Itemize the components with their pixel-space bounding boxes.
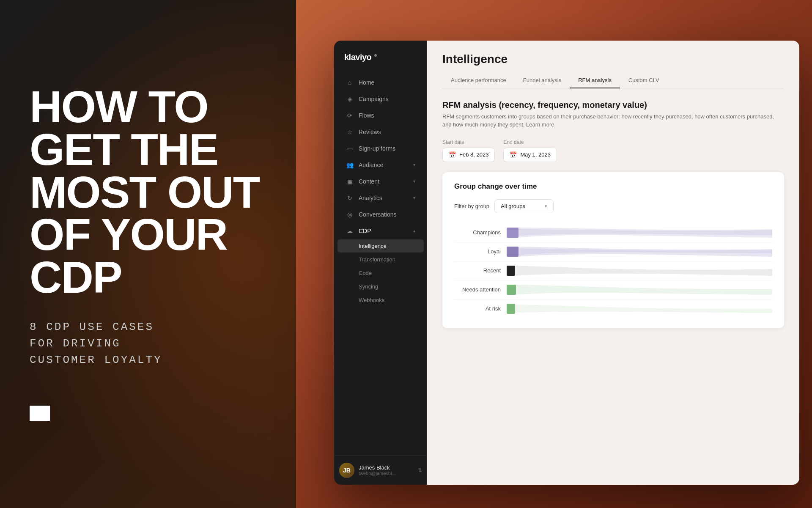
chevron-down-icon-content: ▾	[413, 179, 415, 184]
rfm-bar-container-loyal	[507, 247, 772, 257]
user-info: James Black twebb@jamesbl...	[359, 464, 414, 476]
start-date-label: Start date	[442, 139, 495, 145]
avatar: JB	[339, 463, 354, 478]
rfm-bar-recent	[507, 266, 515, 276]
reviews-icon: ☆	[346, 128, 354, 136]
start-date-value: Feb 8, 2023	[459, 151, 488, 158]
rfm-bar-container-needs-attention	[507, 285, 772, 295]
main-headline: HOW TO GET THE MOST OUT OF YOUR CDP	[30, 85, 266, 298]
sidebar-subitem-label-transformation: Transformation	[359, 256, 395, 263]
rfm-description: RFM segments customers into groups based…	[442, 113, 784, 129]
campaigns-icon: ◈	[346, 95, 354, 103]
start-date-field: Start date 📅 Feb 8, 2023	[442, 139, 495, 162]
sidebar-subitem-label-webhooks: Webhooks	[359, 297, 384, 303]
filter-row: Filter by group All groups ▾	[454, 199, 772, 213]
tab-custom-clv[interactable]: Custom CLV	[620, 73, 668, 88]
user-menu-chevron-icon: ⇅	[418, 467, 422, 473]
sidebar-item-label-flows: Flows	[359, 112, 374, 119]
tab-funnel-analysis[interactable]: Funnel analysis	[515, 73, 570, 88]
rfm-bar-loyal	[507, 247, 518, 257]
end-date-label: End date	[503, 139, 557, 145]
sidebar-item-content[interactable]: ▦ Content ▾	[337, 173, 424, 189]
rfm-bar-container-champions	[507, 228, 772, 238]
end-date-input[interactable]: 📅 May 1, 2023	[503, 148, 557, 162]
analytics-icon: ↻	[346, 194, 354, 202]
app-window: klaviyo ⌂ Home ◈ Campaigns ⟳ Flows	[334, 41, 799, 485]
sidebar-footer[interactable]: JB James Black twebb@jamesbl... ⇅	[334, 456, 427, 485]
sidebar-item-reviews[interactable]: ☆ Reviews	[337, 124, 424, 140]
sidebar-item-label-home: Home	[359, 79, 374, 86]
sidebar-item-flows[interactable]: ⟳ Flows	[337, 107, 424, 124]
chart-card: Group change over time Filter by group A…	[442, 172, 784, 328]
sidebar-item-signup-forms[interactable]: ▭ Sign-up forms	[337, 140, 424, 157]
rfm-label-needs-attention: Needs attention	[454, 286, 501, 293]
rfm-bar-needs-attention	[507, 285, 516, 295]
rfm-bar-container-at-risk	[507, 304, 772, 314]
sidebar-subitem-code[interactable]: Code	[337, 266, 424, 280]
chevron-down-icon-filter: ▾	[545, 203, 547, 209]
rfm-row-loyal: Loyal	[454, 242, 772, 261]
flows-icon: ⟳	[346, 112, 354, 119]
tab-navigation: Audience performance Funnel analysis RFM…	[442, 73, 784, 88]
sidebar-item-label-audience: Audience	[359, 162, 383, 168]
sidebar-item-home[interactable]: ⌂ Home	[337, 74, 424, 91]
end-date-value: May 1, 2023	[520, 151, 551, 158]
rfm-label-champions: Champions	[454, 229, 501, 236]
sidebar-item-cdp[interactable]: ☁ CDP ▴	[337, 223, 424, 239]
audience-icon: 👥	[346, 161, 354, 169]
sidebar-subitem-intelligence[interactable]: Intelligence	[337, 239, 424, 253]
rfm-title: RFM analysis (recency, frequency, moneta…	[442, 100, 784, 110]
main-content: Intelligence Audience performance Funnel…	[427, 41, 799, 485]
content-body: RFM analysis (recency, frequency, moneta…	[427, 88, 799, 485]
chevron-down-icon: ▾	[413, 162, 415, 167]
sidebar-subitem-webhooks[interactable]: Webhooks	[337, 294, 424, 307]
sidebar-item-label-reviews: Reviews	[359, 129, 381, 135]
rfm-label-at-risk: At risk	[454, 305, 501, 312]
rfm-chart: Champions Loyal	[454, 223, 772, 318]
klaviyo-brand-logo	[30, 402, 55, 423]
calendar-icon-end: 📅	[510, 151, 517, 158]
content-header: Intelligence Audience performance Funnel…	[427, 41, 799, 88]
tab-audience-performance[interactable]: Audience performance	[442, 73, 515, 88]
sidebar-subitem-transformation[interactable]: Transformation	[337, 253, 424, 266]
start-date-input[interactable]: 📅 Feb 8, 2023	[442, 148, 495, 162]
sidebar-subitem-label-intelligence: Intelligence	[359, 243, 387, 249]
filter-select-value: All groups	[501, 203, 525, 209]
conversations-icon: ◎	[346, 211, 354, 218]
rfm-row-recent: Recent	[454, 261, 772, 280]
rfm-label-recent: Recent	[454, 267, 501, 274]
sidebar-item-label-content: Content	[359, 178, 379, 185]
sidebar-subitem-syncing[interactable]: Syncing	[337, 280, 424, 293]
rfm-row-needs-attention: Needs attention	[454, 280, 772, 299]
klaviyo-logo-dot	[374, 54, 377, 57]
chevron-down-icon-analytics: ▾	[413, 195, 415, 200]
page-title: Intelligence	[442, 52, 784, 66]
signup-icon: ▭	[346, 145, 354, 152]
sidebar-item-campaigns[interactable]: ◈ Campaigns	[337, 91, 424, 107]
tab-rfm-analysis[interactable]: RFM analysis	[570, 73, 620, 88]
sidebar-subitem-label-syncing: Syncing	[359, 283, 378, 290]
filter-select[interactable]: All groups ▾	[494, 199, 554, 213]
svg-marker-1	[30, 406, 50, 421]
user-name: James Black	[359, 464, 414, 471]
right-panel: klaviyo ⌂ Home ◈ Campaigns ⟳ Flows	[296, 0, 812, 508]
sidebar-header: klaviyo	[334, 41, 427, 71]
rfm-bar-container-recent	[507, 266, 772, 276]
sidebar-item-label-campaigns: Campaigns	[359, 96, 389, 102]
end-date-field: End date 📅 May 1, 2023	[503, 139, 557, 162]
sidebar-item-analytics[interactable]: ↻ Analytics ▾	[337, 190, 424, 206]
home-icon: ⌂	[346, 79, 354, 86]
sidebar-item-audience[interactable]: 👥 Audience ▾	[337, 157, 424, 173]
rfm-bar-champions	[507, 228, 518, 238]
klaviyo-logo-text: klaviyo	[344, 52, 371, 62]
calendar-icon: 📅	[449, 151, 456, 158]
sidebar-item-label-cdp: CDP	[359, 228, 371, 234]
date-row: Start date 📅 Feb 8, 2023 End date 📅 May …	[442, 139, 784, 162]
sidebar-item-conversations[interactable]: ◎ Conversations	[337, 206, 424, 222]
filter-label: Filter by group	[454, 203, 489, 209]
rfm-label-loyal: Loyal	[454, 248, 501, 255]
rfm-bar-at-risk	[507, 304, 515, 314]
sidebar: klaviyo ⌂ Home ◈ Campaigns ⟳ Flows	[334, 41, 427, 485]
cdp-sub-menu: Intelligence Transformation Code Syncing…	[334, 239, 427, 307]
sidebar-nav: ⌂ Home ◈ Campaigns ⟳ Flows ☆ Reviews ▭	[334, 71, 427, 456]
